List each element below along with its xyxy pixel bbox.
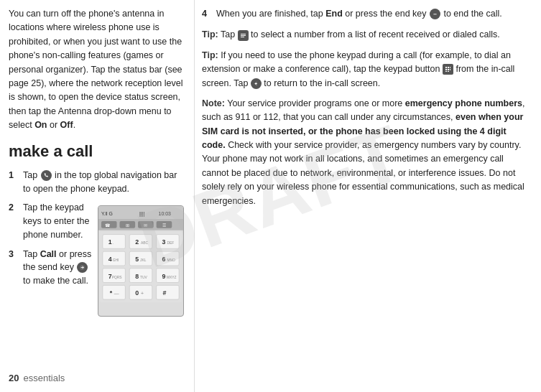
svg-rect-53 — [241, 37, 244, 37]
phone-keypad-image: Y.ll G |||| 10:03 ☎ ⊞ ✉ ☰ — [98, 205, 184, 321]
step-2-text: Tap the keypad keys to enter the phone n… — [23, 201, 92, 241]
tip-2-label: Tip: — [202, 50, 218, 60]
svg-rect-58 — [448, 69, 449, 70]
svg-text:3: 3 — [162, 239, 166, 246]
page-container: DRAFT You can turn off the phone's anten… — [0, 0, 541, 392]
step-4-number: 4 — [202, 7, 212, 21]
left-column: You can turn off the phone's antenna in … — [0, 0, 194, 392]
svg-text:9: 9 — [162, 273, 166, 280]
svg-text:0: 0 — [135, 289, 139, 297]
svg-text:#: # — [162, 289, 166, 297]
svg-text:||||: |||| — [139, 211, 144, 217]
svg-text:ABC: ABC — [141, 242, 149, 246]
svg-text:2: 2 — [135, 239, 139, 246]
svg-text:GHI: GHI — [113, 258, 119, 262]
svg-text:Y.ll G: Y.ll G — [101, 211, 113, 216]
svg-text:PQRS: PQRS — [112, 276, 123, 279]
recent-calls-icon — [238, 30, 249, 41]
back-icon — [251, 78, 262, 89]
svg-text:⊞: ⊞ — [126, 223, 129, 228]
svg-text:+: + — [141, 291, 144, 296]
svg-rect-55 — [448, 67, 449, 68]
svg-text:JKL: JKL — [140, 258, 147, 262]
svg-text:☎: ☎ — [105, 223, 111, 228]
svg-text:10:03: 10:03 — [159, 211, 171, 216]
svg-rect-57 — [445, 69, 447, 70]
svg-text:8: 8 — [135, 273, 139, 280]
svg-text:MNO: MNO — [167, 258, 175, 262]
svg-text:.: . — [113, 242, 114, 246]
step-2-row: 2 Tap the keypad keys to enter the phone… — [9, 201, 92, 241]
svg-text:6: 6 — [162, 256, 166, 263]
svg-text:—: — — [114, 291, 119, 296]
svg-rect-48 — [157, 286, 179, 300]
svg-rect-54 — [445, 67, 447, 68]
step-4-row: 4 When you are finished, tap End or pres… — [202, 7, 531, 21]
tip-2-block: Tip: If you need to use the phone keypad… — [202, 49, 531, 90]
step-1-row: 1 Tap in the top global navigation bar t… — [9, 169, 184, 196]
keypad-button-icon — [443, 64, 453, 75]
svg-text:1: 1 — [108, 239, 112, 246]
step-3-row: 3 Tap Call or press the send key to make… — [9, 248, 92, 288]
svg-text:TUV: TUV — [140, 276, 148, 279]
step-2-number: 2 — [9, 201, 19, 215]
step-3-text: Tap Call or press the send key to make t… — [23, 248, 92, 288]
note-label: Note: — [202, 98, 225, 108]
page-number: 20 — [9, 371, 19, 386]
svg-text:✉: ✉ — [144, 223, 147, 228]
step-3-number: 3 — [9, 248, 19, 261]
svg-rect-59 — [450, 69, 450, 70]
svg-rect-56 — [450, 67, 450, 68]
end-key-icon — [430, 9, 440, 19]
step-1-text: Tap in the top global navigation bar to … — [23, 169, 184, 196]
svg-text:WXYZ: WXYZ — [166, 276, 176, 279]
svg-rect-51 — [241, 34, 246, 34]
essentials-label: essentials — [23, 371, 65, 386]
svg-text:DEF: DEF — [167, 242, 174, 246]
svg-text:*: * — [110, 289, 113, 297]
svg-rect-61 — [448, 71, 449, 72]
svg-rect-60 — [445, 71, 447, 72]
right-column: 4 When you are finished, tap End or pres… — [194, 0, 541, 392]
svg-text:4: 4 — [108, 256, 112, 263]
section-title: make a call — [9, 142, 184, 161]
svg-text:☰: ☰ — [162, 223, 166, 228]
svg-text:5: 5 — [135, 256, 139, 263]
svg-rect-52 — [241, 35, 246, 36]
step-4-text: When you are finished, tap End or press … — [216, 7, 502, 21]
intro-text: You can turn off the phone's antenna in … — [9, 7, 184, 132]
send-key-icon — [77, 262, 88, 273]
phone-icon — [41, 170, 52, 181]
note-block: Note: Your service provider programs one… — [202, 97, 531, 208]
steps-area: 1 Tap in the top global navigation bar t… — [9, 169, 184, 327]
svg-rect-15 — [103, 235, 125, 249]
page-number-area: 20 essentials — [9, 371, 65, 386]
tip-1-label: Tip: — [202, 29, 218, 39]
step-1-number: 1 — [9, 169, 19, 182]
tip-1-block: Tip: Tap to select a number from a list … — [202, 28, 531, 42]
